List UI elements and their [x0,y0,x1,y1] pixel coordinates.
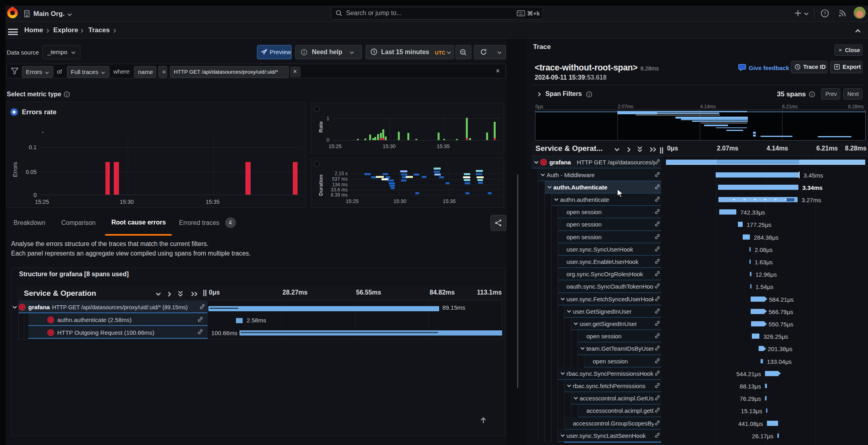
svg-text:?: ? [823,11,826,16]
